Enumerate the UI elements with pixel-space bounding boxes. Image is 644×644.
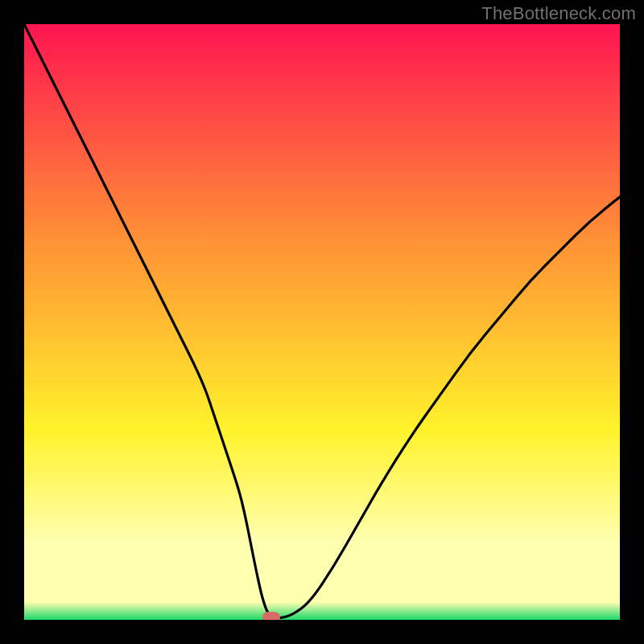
- plot-area: [24, 24, 620, 620]
- chart-frame: TheBottleneck.com: [0, 0, 644, 644]
- bottleneck-curve: [24, 24, 620, 620]
- watermark-text: TheBottleneck.com: [481, 3, 636, 24]
- optimum-marker: [262, 612, 280, 620]
